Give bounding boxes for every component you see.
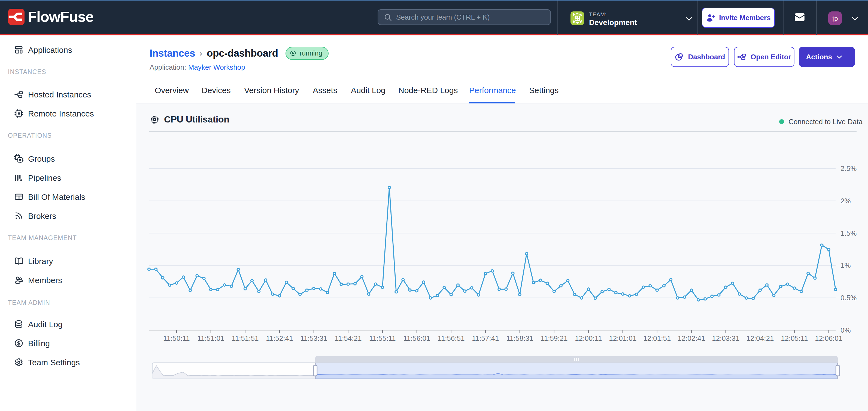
svg-text:0%: 0% — [840, 326, 851, 334]
svg-text:11:54:21: 11:54:21 — [335, 334, 362, 342]
svg-text:1.5%: 1.5% — [840, 229, 857, 237]
svg-text:0.5%: 0.5% — [840, 294, 857, 302]
svg-text:11:53:31: 11:53:31 — [300, 334, 327, 342]
svg-text:11:51:01: 11:51:01 — [197, 334, 224, 342]
svg-text:11:59:21: 11:59:21 — [540, 334, 567, 342]
svg-text:11:51:51: 11:51:51 — [231, 334, 258, 342]
svg-text:12:00:11: 12:00:11 — [575, 334, 602, 342]
svg-text:2.5%: 2.5% — [840, 164, 857, 173]
svg-text:11:56:01: 11:56:01 — [403, 334, 430, 342]
svg-text:1%: 1% — [840, 261, 851, 270]
svg-text:11:58:31: 11:58:31 — [506, 334, 533, 342]
svg-text:12:04:21: 12:04:21 — [746, 334, 774, 342]
svg-text:12:01:01: 12:01:01 — [609, 334, 637, 342]
svg-text:12:05:11: 12:05:11 — [781, 334, 808, 342]
svg-text:11:56:51: 11:56:51 — [438, 334, 465, 342]
svg-text:12:02:41: 12:02:41 — [678, 334, 705, 342]
svg-text:12:06:01: 12:06:01 — [815, 334, 842, 342]
svg-text:2%: 2% — [840, 197, 851, 205]
svg-text:12:03:31: 12:03:31 — [712, 334, 739, 342]
svg-text:12:01:51: 12:01:51 — [643, 334, 671, 342]
svg-text:11:52:41: 11:52:41 — [266, 334, 293, 342]
svg-text:11:57:41: 11:57:41 — [472, 334, 499, 342]
svg-text:11:50:11: 11:50:11 — [163, 334, 190, 342]
svg-text:11:55:11: 11:55:11 — [369, 334, 396, 342]
